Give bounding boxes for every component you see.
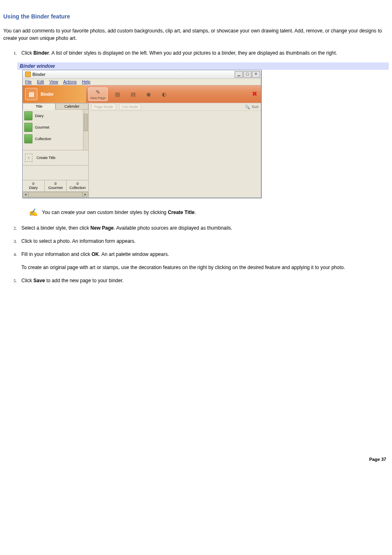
step-2-suffix: . Available photo sources are displayed … (114, 225, 233, 231)
note-icon: ✍ (29, 208, 38, 217)
style-swatch-icon (24, 111, 32, 120)
list-mode-button[interactable]: List Mode (119, 104, 141, 110)
step-5-bold: Save (33, 278, 45, 283)
header-label: Binder (41, 92, 54, 97)
toolbar-button-5[interactable]: ◐ (159, 90, 170, 99)
toolbar: ✎ New Page ▧ ▤ ◉ ◐ ✖ (86, 85, 261, 103)
scroll-left-icon[interactable]: ◄ (23, 192, 28, 197)
menu-edit[interactable]: Edit (37, 80, 44, 84)
new-page-label: New Page (90, 96, 106, 100)
step-2-prefix: Select a binder style, then click (21, 225, 90, 231)
menubar: File Edit View Actions Help (23, 79, 261, 85)
step-1-bold: Binder (33, 50, 49, 56)
titlebar: Binder ▁ ▢ ✕ (23, 70, 261, 79)
note-prefix: You can create your own custom binder st… (42, 210, 168, 215)
note-suffix: . (195, 210, 196, 215)
count-label: Diary (29, 186, 38, 190)
count-diary: 0Diary (23, 180, 45, 191)
toolbar-icon: ◉ (145, 90, 153, 98)
step-2-bold: New Page (90, 225, 114, 231)
mode-row: Page Mode List Mode 🔍 Sort (89, 103, 261, 111)
window-title: Binder (32, 72, 46, 77)
menu-view[interactable]: View (49, 80, 58, 84)
minimize-button[interactable]: ▁ (235, 71, 243, 78)
binder-icon: ▤ (25, 88, 37, 100)
style-swatch-icon (24, 123, 32, 132)
count-label: Gourmet (48, 186, 63, 190)
style-label: Collection (35, 137, 51, 141)
step-1-suffix: . A list of binder styles is displayed o… (49, 50, 337, 56)
create-title-button[interactable]: + Create Title (23, 150, 88, 166)
sort-button[interactable]: 🔍 Sort (245, 105, 258, 109)
scrollbar-vertical[interactable] (83, 110, 88, 150)
header-left: ▤ Binder (23, 85, 86, 103)
magnifier-icon: 🔍 (245, 105, 250, 109)
step-5-suffix: to add the new page to your binder. (45, 278, 123, 283)
toolbar-icon: ▧ (113, 90, 122, 98)
step-4: Fill in your information and click OK. A… (18, 251, 389, 271)
style-label: Diary (35, 114, 44, 118)
maximize-button[interactable]: ▢ (243, 71, 251, 78)
list-item[interactable]: Collection (24, 134, 87, 143)
step-1-prefix: Click (21, 50, 33, 56)
menu-file[interactable]: File (25, 80, 32, 84)
note-bold: Create Title (168, 210, 194, 215)
count-value: 0 (67, 182, 88, 186)
sidebar-tabs: Title Calender (23, 103, 88, 110)
note: ✍ You can create your own custom binder … (29, 208, 389, 217)
count-gourmet: 0Gourmet (45, 180, 67, 191)
intro-paragraph: You can add comments to your favorite ph… (3, 27, 389, 42)
scrollbar-thumb[interactable] (28, 192, 83, 197)
steps-list-cont: Select a binder style, then click New Pa… (18, 224, 389, 284)
new-page-icon: ✎ (94, 89, 102, 96)
create-title-icon: + (25, 154, 32, 162)
toolbar-button-2[interactable]: ▧ (112, 90, 123, 99)
figure-caption: Binder window (17, 62, 389, 70)
app-icon (25, 71, 31, 77)
count-value: 0 (45, 182, 67, 186)
counts-row: 0Diary 0Gourmet 0Collection (23, 180, 88, 191)
step-3: Click to select a photo. An information … (18, 237, 389, 245)
style-label: Gourmet (35, 125, 49, 129)
sort-label: Sort (251, 105, 258, 109)
step-5-prefix: Click (21, 278, 33, 283)
toolbar-icon: ▤ (129, 90, 137, 98)
count-value: 0 (23, 182, 44, 186)
step-1: Click Binder. A list of binder styles is… (18, 49, 389, 57)
step-2: Select a binder style, then click New Pa… (18, 224, 389, 232)
step-4-prefix: Fill in your information and click (21, 251, 92, 257)
app-body: Title Calender Diary Gourmet Collection … (23, 103, 261, 198)
main-area: Page Mode List Mode 🔍 Sort (89, 103, 261, 198)
count-collection: 0Collection (67, 180, 88, 191)
menu-help[interactable]: Help (82, 80, 90, 84)
scrollbar-thumb[interactable] (84, 114, 88, 131)
scrollbar-horizontal[interactable]: ◄ ► (23, 191, 88, 198)
step-4-paragraph: To create an original page with art or s… (21, 264, 389, 271)
sidebar: Title Calender Diary Gourmet Collection … (23, 103, 89, 198)
menu-actions[interactable]: Actions (63, 80, 77, 84)
header-strip: ▤ Binder ✎ New Page ▧ ▤ ◉ ◐ ✖ (23, 85, 261, 103)
toolbar-button-3[interactable]: ▤ (127, 90, 139, 99)
tab-calendar[interactable]: Calender (55, 103, 88, 110)
close-button[interactable]: ✕ (252, 71, 260, 78)
style-list: Diary Gourmet Collection (23, 110, 88, 150)
page-mode-button[interactable]: Page Mode (91, 104, 116, 110)
step-4-suffix: . An art palette window appears. (99, 251, 169, 257)
panel-close-icon[interactable]: ✖ (250, 90, 258, 98)
create-title-label: Create Title (37, 156, 55, 160)
list-item[interactable]: Diary (24, 111, 87, 120)
new-page-button[interactable]: ✎ New Page (88, 88, 108, 101)
scroll-right-icon[interactable]: ► (83, 192, 88, 197)
style-swatch-icon (24, 134, 32, 143)
binder-window: Binder ▁ ▢ ✕ File Edit View Actions Help… (22, 70, 261, 198)
steps-list: Click Binder. A list of binder styles is… (18, 49, 389, 57)
count-label: Collection (69, 186, 86, 190)
page-footer: Page 37 (3, 457, 389, 462)
step-5: Click Save to add the new page to your b… (18, 277, 389, 284)
step-4-bold: OK (92, 251, 99, 257)
toolbar-button-4[interactable]: ◉ (143, 90, 154, 99)
toolbar-icon: ◐ (160, 90, 168, 98)
page-title: Using the Binder feature (3, 13, 389, 20)
tab-title[interactable]: Title (23, 103, 55, 110)
list-item[interactable]: Gourmet (24, 123, 87, 132)
